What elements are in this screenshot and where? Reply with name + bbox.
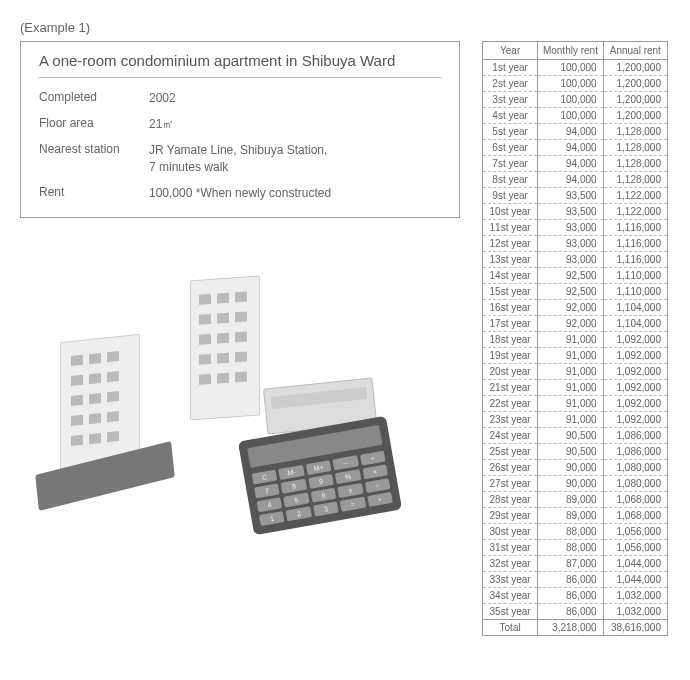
- cell-monthly: 88,000: [538, 540, 603, 556]
- cell-year: 27st year: [483, 476, 538, 492]
- cell-annual: 1,032,000: [603, 604, 667, 620]
- cell-monthly: 100,000: [538, 92, 603, 108]
- table-row: 1st year100,0001,200,000: [483, 60, 668, 76]
- value-floor-area: 21㎡: [149, 116, 441, 132]
- cell-year: 16st year: [483, 300, 538, 316]
- cell-year: 20st year: [483, 364, 538, 380]
- table-row: 7st year94,0001,128,000: [483, 156, 668, 172]
- cell-annual: 1,068,000: [603, 492, 667, 508]
- cell-year: 25st year: [483, 444, 538, 460]
- table-row: 16st year92,0001,104,000: [483, 300, 668, 316]
- col-year: Year: [483, 42, 538, 60]
- cell-annual: 1,200,000: [603, 92, 667, 108]
- col-annual: Annual rent: [603, 42, 667, 60]
- cell-annual: 1,110,000: [603, 268, 667, 284]
- cell-monthly: 94,000: [538, 124, 603, 140]
- cell-monthly: 91,000: [538, 412, 603, 428]
- table-row: 20st year91,0001,092,000: [483, 364, 668, 380]
- table-total-row: Total3,218,00038,616,000: [483, 620, 668, 636]
- table-row: 9st year93,5001,122,000: [483, 188, 668, 204]
- cell-monthly: 86,000: [538, 572, 603, 588]
- row-floor-area: Floor area 21㎡: [39, 116, 441, 132]
- cell-monthly: 91,000: [538, 332, 603, 348]
- table-row: 21st year91,0001,092,000: [483, 380, 668, 396]
- cell-year: 3st year: [483, 92, 538, 108]
- label-rent: Rent: [39, 185, 149, 201]
- table-row: 18st year91,0001,092,000: [483, 332, 668, 348]
- table-row: 12st year93,0001,116,000: [483, 236, 668, 252]
- calculator-icon: CM-M+→÷ 789%× 456±− 123=+: [238, 416, 402, 536]
- table-row: 35st year86,0001,032,000: [483, 604, 668, 620]
- cell-year: 23st year: [483, 412, 538, 428]
- rent-projection-table: Year Monthly rent Annual rent 1st year10…: [482, 41, 668, 636]
- table-row: 10st year93,5001,122,000: [483, 204, 668, 220]
- cell-year: 24st year: [483, 428, 538, 444]
- cell-year: 28st year: [483, 492, 538, 508]
- cell-monthly: 86,000: [538, 604, 603, 620]
- cell-annual: 1,086,000: [603, 444, 667, 460]
- cell-monthly: 93,000: [538, 252, 603, 268]
- row-nearest-station: Nearest station JR Yamate Line, Shibuya …: [39, 142, 441, 174]
- table-row: 26st year90,0001,080,000: [483, 460, 668, 476]
- building-icon: [190, 275, 260, 420]
- cell-annual: 1,056,000: [603, 540, 667, 556]
- table-row: 34st year86,0001,032,000: [483, 588, 668, 604]
- cell-monthly: 94,000: [538, 140, 603, 156]
- table-row: 3st year100,0001,200,000: [483, 92, 668, 108]
- table-row: 2st year100,0001,200,000: [483, 76, 668, 92]
- table-row: 4st year100,0001,200,000: [483, 108, 668, 124]
- cell-year: 15st year: [483, 284, 538, 300]
- table-row: 24st year90,5001,086,000: [483, 428, 668, 444]
- cell-year: 13st year: [483, 252, 538, 268]
- cell-monthly: 90,500: [538, 428, 603, 444]
- cell-monthly: 90,000: [538, 460, 603, 476]
- total-monthly: 3,218,000: [538, 620, 603, 636]
- table-row: 30st year88,0001,056,000: [483, 524, 668, 540]
- label-nearest-station: Nearest station: [39, 142, 149, 174]
- illustration-real-estate: CM-M+→÷ 789%× 456±− 123=+: [20, 258, 460, 518]
- cell-year: 14st year: [483, 268, 538, 284]
- table-row: 11st year93,0001,116,000: [483, 220, 668, 236]
- cell-annual: 1,044,000: [603, 572, 667, 588]
- cell-annual: 1,032,000: [603, 588, 667, 604]
- cell-annual: 1,128,000: [603, 172, 667, 188]
- cell-monthly: 93,000: [538, 220, 603, 236]
- cell-annual: 1,080,000: [603, 460, 667, 476]
- cell-year: 9st year: [483, 188, 538, 204]
- cell-year: 10st year: [483, 204, 538, 220]
- cell-annual: 1,092,000: [603, 332, 667, 348]
- cell-annual: 1,200,000: [603, 60, 667, 76]
- cell-monthly: 100,000: [538, 76, 603, 92]
- cell-monthly: 92,500: [538, 284, 603, 300]
- cell-year: 34st year: [483, 588, 538, 604]
- table-row: 17st year92,0001,104,000: [483, 316, 668, 332]
- cell-monthly: 91,000: [538, 396, 603, 412]
- cell-annual: 1,092,000: [603, 348, 667, 364]
- table-row: 33st year86,0001,044,000: [483, 572, 668, 588]
- cell-monthly: 89,000: [538, 492, 603, 508]
- cell-annual: 1,200,000: [603, 76, 667, 92]
- cell-annual: 1,122,000: [603, 188, 667, 204]
- table-row: 32st year87,0001,044,000: [483, 556, 668, 572]
- cell-monthly: 93,000: [538, 236, 603, 252]
- cell-monthly: 86,000: [538, 588, 603, 604]
- table-row: 22st year91,0001,092,000: [483, 396, 668, 412]
- cell-year: 31st year: [483, 540, 538, 556]
- cell-monthly: 94,000: [538, 172, 603, 188]
- property-title: A one-room condominium apartment in Shib…: [39, 52, 441, 78]
- cell-annual: 1,116,000: [603, 252, 667, 268]
- table-row: 27st year90,0001,080,000: [483, 476, 668, 492]
- cell-year: 4st year: [483, 108, 538, 124]
- cell-year: 6st year: [483, 140, 538, 156]
- row-rent: Rent 100,000 *When newly constructed: [39, 185, 441, 201]
- table-row: 5st year94,0001,128,000: [483, 124, 668, 140]
- cell-annual: 1,044,000: [603, 556, 667, 572]
- table-row: 31st year88,0001,056,000: [483, 540, 668, 556]
- cell-year: 12st year: [483, 236, 538, 252]
- cell-annual: 1,128,000: [603, 124, 667, 140]
- label-floor-area: Floor area: [39, 116, 149, 132]
- table-row: 6st year94,0001,128,000: [483, 140, 668, 156]
- cell-annual: 1,122,000: [603, 204, 667, 220]
- cell-year: 5st year: [483, 124, 538, 140]
- table-row: 25st year90,5001,086,000: [483, 444, 668, 460]
